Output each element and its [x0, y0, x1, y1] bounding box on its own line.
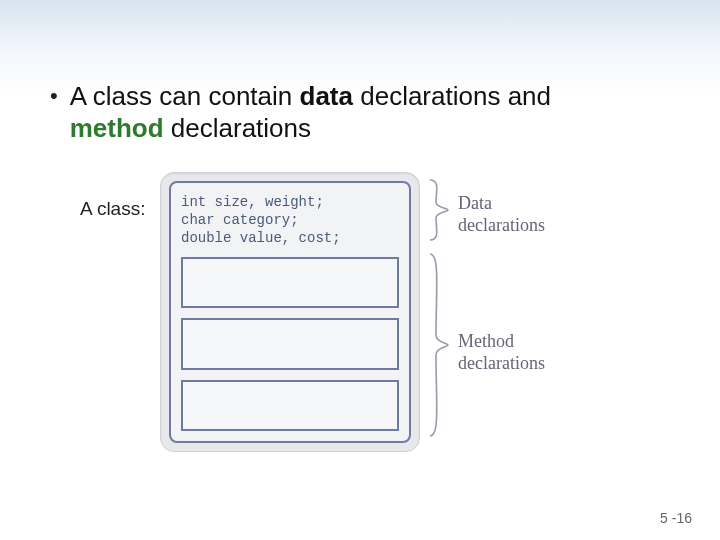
brace-data	[426, 178, 450, 242]
method-box-3	[181, 380, 399, 431]
bullet-mid: declarations and	[353, 81, 551, 111]
class-box: int size, weight; char category; double …	[169, 181, 411, 443]
annotation-methods-l1: Method	[458, 331, 514, 351]
annotation-data: Data declarations	[458, 192, 545, 236]
annotation-methods-l2: declarations	[458, 353, 545, 373]
curly-brace-icon	[426, 178, 450, 242]
bullet-pre: A class can contain	[70, 81, 300, 111]
data-declarations-block: int size, weight; char category; double …	[181, 193, 399, 247]
code-line-3: double value, cost;	[181, 230, 341, 246]
code-line-1: int size, weight;	[181, 194, 324, 210]
method-box-1	[181, 257, 399, 308]
code-line-2: char category;	[181, 212, 299, 228]
page-number: 5 -16	[660, 510, 692, 526]
class-diagram: int size, weight; char category; double …	[160, 172, 420, 452]
bullet-post: declarations	[164, 113, 311, 143]
bullet-method-word: method	[70, 113, 164, 143]
bullet-text: A class can contain data declarations an…	[70, 80, 630, 144]
brace-methods	[426, 250, 450, 440]
annotation-methods: Method declarations	[458, 330, 545, 374]
bullet-data-word: data	[300, 81, 353, 111]
annotation-data-l1: Data	[458, 193, 492, 213]
annotation-data-l2: declarations	[458, 215, 545, 235]
bullet-row: • A class can contain data declarations …	[50, 80, 630, 144]
slide: • A class can contain data declarations …	[0, 0, 720, 540]
bullet-dot-icon: •	[50, 80, 58, 112]
class-label: A class:	[80, 198, 145, 220]
curly-brace-icon	[426, 250, 450, 440]
method-box-2	[181, 318, 399, 369]
